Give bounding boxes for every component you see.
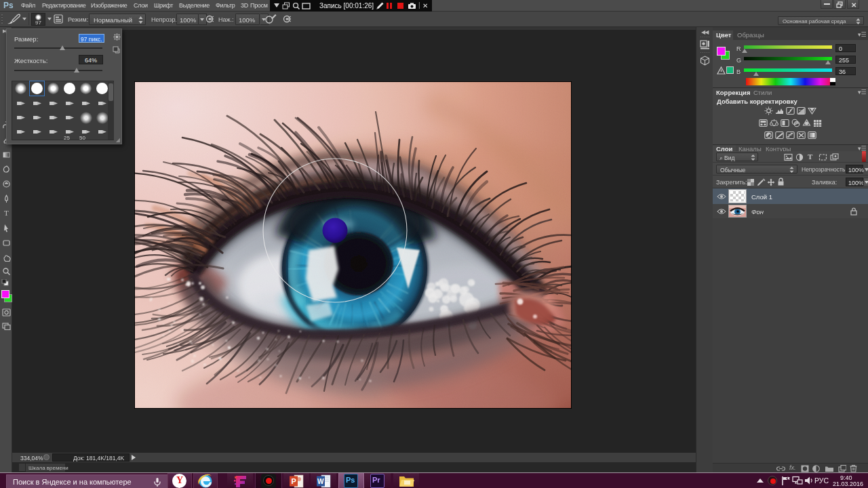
svg-text:+-: +- xyxy=(799,108,802,112)
svg-text:W: W xyxy=(317,478,324,485)
svg-text:T: T xyxy=(4,209,9,217)
svg-text:P: P xyxy=(292,477,296,485)
